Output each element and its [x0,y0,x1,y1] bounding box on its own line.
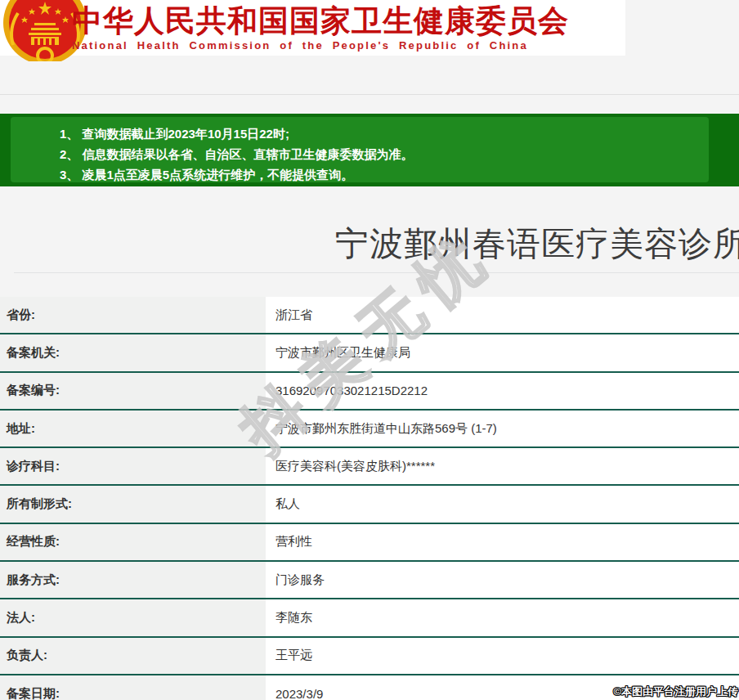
field-value: 医疗美容科(美容皮肤科)****** [266,448,739,484]
table-row: 诊疗科目:医疗美容科(美容皮肤科)****** [0,448,739,486]
field-value: 浙江省 [266,297,739,333]
table-row: 服务方式:门诊服务 [0,562,739,599]
field-value: 宁波市鄞州区卫生健康局 [266,334,739,370]
field-label: 负责人: [0,638,266,674]
field-label: 备案日期: [0,675,266,700]
field-label: 服务方式: [0,562,266,598]
site-title-en: National Health Commission of the People… [72,39,569,52]
field-value: 私人 [266,486,739,522]
field-label: 地址: [0,411,266,446]
field-label: 省份: [0,297,266,333]
field-value: 营利性 [266,524,739,560]
field-label: 经营性质: [0,524,266,560]
table-row: 经营性质:营利性 [0,524,739,562]
clinic-title: 宁波鄞州春语医疗美容诊所 [335,222,739,267]
field-label: 诊疗科目: [0,448,266,484]
copyright-watermark: ©本图由平台注册用户上传 [613,684,738,699]
site-title-cn: 中华人民共和国国家卫生健康委员会 [72,3,569,39]
field-value: 李随东 [266,599,739,635]
table-row: 备案编号:31692097033021215D2212 [0,373,739,411]
field-value: 宁波市鄞州东胜街道中山东路569号 (1-7) [266,411,739,446]
site-header: 中华人民共和国国家卫生健康委员会 National Health Commiss… [0,0,625,56]
record-table: 省份:浙江省备案机关:宁波市鄞州区卫生健康局备案编号:3169209703302… [0,297,739,700]
notice-inner-box: 1、 查询数据截止到2023年10月15日22时;2、 信息数据结果以各省、自治… [11,117,709,182]
table-row: 地址:宁波市鄞州东胜街道中山东路569号 (1-7) [0,411,739,448]
header-divider [0,94,739,95]
title-divider [14,272,739,273]
notice-line: 2、 信息数据结果以各省、自治区、直辖市卫生健康委数据为准。 [60,144,709,164]
table-row: 法人:李随东 [0,599,739,637]
field-value: 31692097033021215D2212 [266,373,739,409]
field-label: 法人: [0,599,266,635]
table-row: 负责人:王平远 [0,638,739,675]
table-row: 备案机关:宁波市鄞州区卫生健康局 [0,334,739,372]
field-value: 门诊服务 [266,562,739,598]
table-row: 省份:浙江省 [0,297,739,334]
notice-line: 1、 查询数据截止到2023年10月15日22时; [60,123,709,144]
notice-line: 3、 凌晨1点至凌晨5点系统进行维护，不能提供查询。 [60,164,709,185]
field-label: 所有制形式: [0,486,266,522]
notice-banner: 1、 查询数据截止到2023年10月15日22时;2、 信息数据结果以各省、自治… [0,114,739,186]
site-title-block: 中华人民共和国国家卫生健康委员会 National Health Commiss… [72,3,569,52]
field-label: 备案机关: [0,334,266,370]
table-row: 所有制形式:私人 [0,486,739,523]
field-value: 王平远 [266,638,739,674]
field-label: 备案编号: [0,373,266,409]
